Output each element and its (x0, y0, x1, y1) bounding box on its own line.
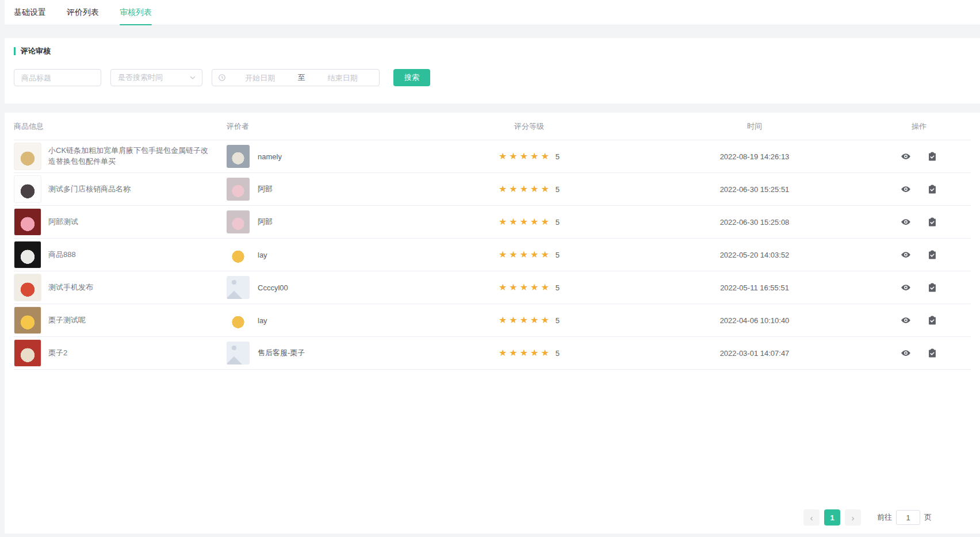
audit-table-card: 商品信息 评价者 评分等级 时间 操作 小CK链条加粗加宽单肩腋下包手提包金属链… (5, 113, 980, 534)
audit-approve-icon[interactable] (927, 250, 937, 260)
table-body: 小CK链条加粗加宽单肩腋下包手提包金属链子改造替换包包配件单买 namely ★… (14, 140, 971, 370)
actions-cell (867, 217, 971, 227)
table-row: 测试多门店核销商品名称 阿部 ★★★★★ 5 2022-06-30 15:25:… (14, 173, 971, 206)
product-name: 测试多门店核销商品名称 (48, 184, 131, 195)
product-image (14, 339, 41, 367)
star-icon: ★ (520, 217, 530, 227)
table-row: 测试手机发布 Ccccyl00 ★★★★★ 5 2022-05-11 16:55… (14, 271, 971, 304)
product-image (14, 306, 41, 334)
audit-approve-icon[interactable] (927, 315, 937, 325)
col-header-time: 时间 (642, 121, 867, 132)
rating-cell: ★★★★★ 5 (416, 217, 642, 227)
star-icon: ★ (530, 184, 541, 194)
star-icon: ★ (520, 282, 530, 292)
star-rating: ★★★★★ (499, 185, 552, 194)
audit-approve-icon[interactable] (927, 217, 937, 227)
tab-basic-settings[interactable]: 基础设置 (14, 0, 46, 25)
review-time: 2022-06-30 15:25:51 (642, 185, 867, 194)
reviewer-name: 阿部 (258, 184, 273, 194)
review-time: 2022-05-11 16:55:51 (642, 283, 867, 292)
comment-audit-panel: 评论审核 是否搜索时间 至 搜索 (5, 38, 980, 103)
reviewer-name: lay (258, 316, 267, 325)
section-title: 评论审核 (14, 47, 971, 55)
start-date-input[interactable] (229, 70, 291, 85)
star-rating: ★★★★★ (499, 283, 552, 292)
page-suffix-label: 页 (924, 512, 932, 523)
prev-page-button[interactable]: ‹ (803, 509, 820, 526)
goto-page-input[interactable] (896, 510, 920, 525)
view-icon[interactable] (901, 184, 911, 194)
product-cell: 栗子测试呢 (14, 306, 227, 334)
star-icon: ★ (530, 348, 541, 358)
star-icon: ★ (520, 184, 530, 194)
star-icon: ★ (499, 184, 509, 194)
rating-value: 5 (556, 152, 560, 161)
search-filters: 是否搜索时间 至 搜索 (14, 69, 971, 86)
star-icon: ★ (520, 250, 530, 259)
reviewer-avatar (227, 243, 250, 266)
product-image (14, 143, 41, 170)
reviewer-cell: lay (227, 243, 416, 266)
product-cell: 阿部测试 (14, 208, 227, 236)
view-icon[interactable] (901, 250, 911, 260)
star-icon: ★ (541, 348, 551, 358)
table-row: 栗子测试呢 lay ★★★★★ 5 2022-04-06 10:10:40 (14, 304, 971, 337)
tab-review-list[interactable]: 评价列表 (67, 0, 99, 25)
clock-icon (218, 74, 226, 82)
product-name: 商品888 (48, 250, 76, 260)
product-image (14, 208, 41, 236)
view-icon[interactable] (901, 315, 911, 325)
end-date-input[interactable] (312, 70, 374, 85)
reviewer-avatar (227, 309, 250, 332)
star-icon: ★ (520, 151, 530, 161)
table-row: 栗子2 售后客服-栗子 ★★★★★ 5 2022-03-01 14:07:47 (14, 337, 971, 370)
audit-approve-icon[interactable] (927, 184, 937, 194)
time-search-select[interactable]: 是否搜索时间 (110, 69, 202, 86)
audit-approve-icon[interactable] (927, 348, 937, 358)
rating-cell: ★★★★★ 5 (416, 316, 642, 325)
view-icon[interactable] (901, 151, 911, 162)
view-icon[interactable] (901, 282, 911, 293)
star-icon: ★ (530, 315, 541, 325)
reviewer-cell: namely (227, 145, 416, 168)
view-icon[interactable] (901, 217, 911, 227)
product-cell: 小CK链条加粗加宽单肩腋下包手提包金属链子改造替换包包配件单买 (14, 143, 227, 170)
audit-approve-icon[interactable] (927, 282, 937, 293)
product-name: 栗子测试呢 (48, 315, 86, 326)
view-icon[interactable] (901, 348, 911, 358)
product-title-input[interactable] (14, 69, 101, 86)
star-icon: ★ (541, 151, 551, 161)
product-cell: 测试手机发布 (14, 274, 227, 301)
star-rating: ★★★★★ (499, 348, 552, 358)
page-button-1[interactable]: 1 (824, 509, 840, 526)
star-rating: ★★★★★ (499, 152, 552, 161)
reviewer-cell: 售后客服-栗子 (227, 342, 416, 365)
reviewer-avatar (227, 178, 250, 201)
next-page-button[interactable]: › (845, 509, 861, 526)
star-icon: ★ (530, 250, 541, 259)
tab-bar: 基础设置 评价列表 审核列表 (5, 0, 980, 25)
star-icon: ★ (499, 250, 509, 259)
rating-value: 5 (556, 185, 560, 194)
search-button[interactable]: 搜索 (393, 69, 430, 86)
star-icon: ★ (499, 348, 509, 358)
tab-audit-list[interactable]: 审核列表 (120, 0, 152, 25)
product-name: 测试手机发布 (48, 282, 93, 293)
review-time: 2022-03-01 14:07:47 (642, 349, 867, 358)
audit-approve-icon[interactable] (927, 151, 937, 162)
star-icon: ★ (499, 315, 509, 325)
star-icon: ★ (509, 250, 519, 259)
star-icon: ★ (499, 282, 509, 292)
rating-cell: ★★★★★ 5 (416, 348, 642, 358)
reviewer-cell: 阿部 (227, 178, 416, 201)
review-time: 2022-04-06 10:10:40 (642, 316, 867, 325)
product-image (14, 241, 41, 268)
actions-cell (867, 348, 971, 358)
star-icon: ★ (509, 282, 519, 292)
date-range-picker[interactable]: 至 (212, 69, 380, 86)
rating-value: 5 (556, 251, 560, 259)
review-time: 2022-06-30 15:25:08 (642, 218, 867, 227)
actions-cell (867, 151, 971, 162)
star-icon: ★ (530, 282, 541, 292)
rating-cell: ★★★★★ 5 (416, 152, 642, 161)
